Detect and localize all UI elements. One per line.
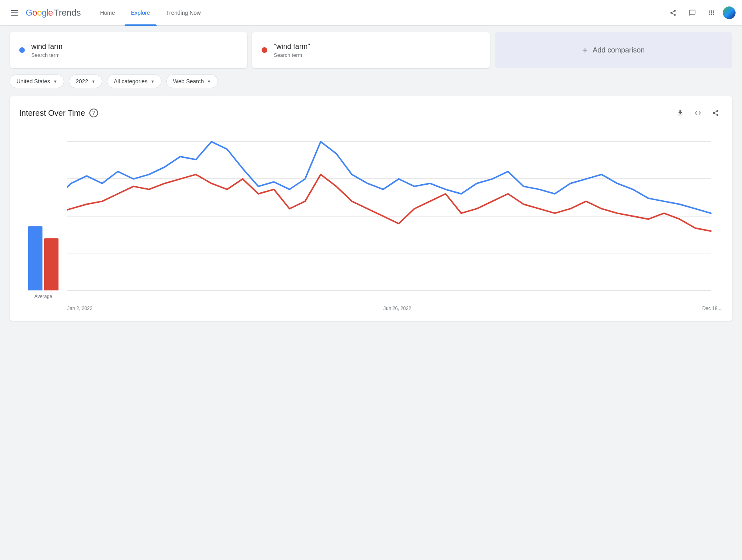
nav-trending-now[interactable]: Trending Now [160,0,208,26]
term-dot-red [262,47,267,53]
avg-bar-blue [28,226,42,290]
svg-rect-1 [11,12,18,13]
chart-section: Interest Over Time ? [10,96,732,321]
user-avatar[interactable] [723,6,736,19]
term-info-2: "wind farm" Search term [274,42,310,58]
feedback-button[interactable] [684,5,700,21]
header-actions [665,5,736,21]
nav-home[interactable]: Home [94,0,121,26]
year-arrow-icon: ▼ [91,79,95,84]
chart-actions [673,106,723,120]
chart-header: Interest Over Time ? [19,106,723,120]
avg-bar-red [44,238,58,290]
help-label: ? [92,110,95,116]
year-filter[interactable]: 2022 ▼ [69,75,102,88]
main-nav: Home Explore Trending Now [94,0,665,26]
search-type-label: Web Search [173,78,204,85]
header: Google Trends Home Explore Trending Now [0,0,742,26]
chart-title: Interest Over Time [19,109,85,118]
x-label-start: Jan 2, 2022 [67,306,93,311]
categories-arrow-icon: ▼ [151,79,155,84]
location-arrow-icon: ▼ [53,79,57,84]
trends-wordmark: Trends [54,8,81,18]
main-content: wind farm Search term "wind farm" Search… [0,26,742,327]
categories-label: All categories [114,78,147,85]
location-filter[interactable]: United States ▼ [10,75,64,88]
chart-graph-section: 100 75 50 25 Jan 2, 2022 Jun 26, 2022 De… [67,130,723,311]
google-trends-logo[interactable]: Google Trends [26,8,81,18]
year-label: 2022 [76,78,88,85]
search-term-card-1[interactable]: wind farm Search term [10,32,247,68]
chart-avg-section: Average [19,210,67,311]
chart-share-button[interactable] [708,106,723,120]
x-axis-labels: Jan 2, 2022 Jun 26, 2022 Dec 18,... [67,302,723,311]
svg-rect-2 [11,15,18,16]
term-type-2: Search term [274,52,310,58]
download-button[interactable] [673,106,688,120]
search-type-filter[interactable]: Web Search ▼ [166,75,218,88]
google-wordmark: Google [26,8,53,18]
menu-button[interactable] [6,5,22,21]
location-label: United States [16,78,50,85]
embed-button[interactable] [691,106,705,120]
search-terms-row: wind farm Search term "wind farm" Search… [10,32,732,68]
filter-row: United States ▼ 2022 ▼ All categories ▼ … [10,75,732,88]
term-type-1: Search term [31,52,63,58]
x-label-end: Dec 18,... [702,306,723,311]
x-label-mid: Jun 26, 2022 [383,306,411,311]
add-plus-icon: + [582,44,588,56]
chart-title-row: Interest Over Time ? [19,109,98,118]
avg-label: Average [34,294,52,299]
term-name-1: wind farm [31,42,63,51]
search-type-arrow-icon: ▼ [207,79,211,84]
help-icon[interactable]: ? [89,109,98,117]
apps-button[interactable] [704,5,720,21]
add-comparison-card[interactable]: + Add comparison [495,32,732,68]
chart-area: Average 100 75 50 25 [19,130,723,311]
svg-rect-0 [11,10,18,11]
avg-bars [28,210,58,290]
term-info-1: wind farm Search term [31,42,63,58]
search-term-card-2[interactable]: "wind farm" Search term [252,32,490,68]
categories-filter[interactable]: All categories ▼ [107,75,161,88]
add-comparison-label: Add comparison [593,46,645,54]
share-button[interactable] [665,5,681,21]
term-name-2: "wind farm" [274,42,310,51]
term-dot-blue [19,47,25,53]
nav-explore[interactable]: Explore [125,0,156,26]
